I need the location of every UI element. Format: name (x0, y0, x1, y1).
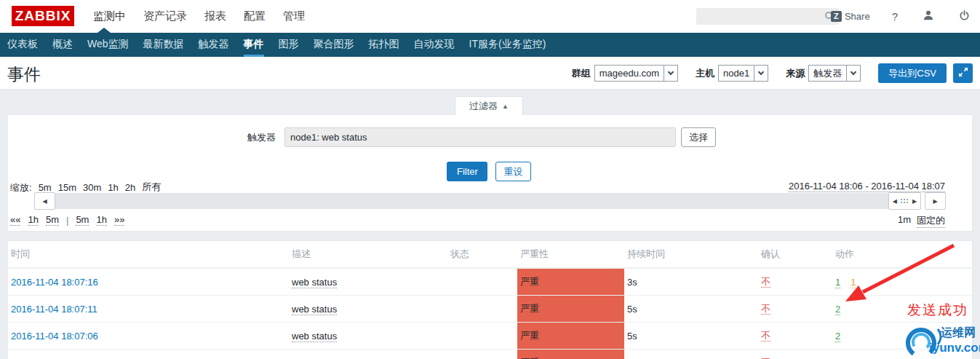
time-nav-link[interactable]: 5m (76, 214, 89, 226)
menu-item[interactable]: 报表 (204, 9, 226, 23)
zabbix-events-page: ZABBIX 监测中资产记录报表配置管理 Z Share ? 仪表板概述Web监… (0, 0, 980, 359)
ack-link[interactable]: 不 (761, 330, 770, 342)
event-row: 2016-11-04 18:07:01web status严重5s不2 (8, 350, 973, 359)
active-menu-pointer-icon (97, 28, 111, 33)
share-button[interactable]: Z Share (831, 11, 870, 22)
subnav-item[interactable]: 聚合图形 (314, 33, 354, 57)
time-nav-link[interactable]: «« (10, 214, 20, 226)
action-count-link[interactable]: 2 (835, 304, 840, 315)
export-csv-button[interactable]: 导出到CSV (878, 63, 947, 83)
event-description-link[interactable]: web status (292, 304, 337, 315)
event-time-link[interactable]: 2016-11-04 18:07:06 (11, 331, 98, 342)
subnav-items: 仪表板概述Web监测最新数据触发器事件图形聚合图形拓扑图自动发现IT服务(业务监… (0, 33, 980, 57)
search-box[interactable] (696, 8, 839, 25)
page-title: 事件 (7, 63, 41, 86)
event-time-link[interactable]: 2016-11-04 18:07:11 (11, 304, 97, 315)
column-header: 描述 (289, 241, 447, 268)
source-select[interactable]: 触发器 (808, 65, 861, 82)
share-label: Share (845, 11, 870, 22)
filter-reset-button[interactable]: 重设 (495, 162, 531, 181)
cell-duration: 5s (624, 350, 758, 359)
time-nav-link[interactable]: 1h (96, 214, 106, 226)
user-profile-button[interactable] (923, 9, 934, 23)
cell-status (447, 268, 517, 296)
subnav-item[interactable]: 自动发现 (414, 33, 455, 57)
watermark-site-name: 运维网 (941, 326, 976, 341)
subnav-item[interactable]: IT服务(业务监控) (469, 33, 546, 57)
help-button[interactable]: ? (892, 10, 898, 23)
subnav-item[interactable]: 图形 (279, 33, 299, 57)
filter-apply-button[interactable]: Filter (447, 162, 487, 181)
action-count-link[interactable]: 1 (835, 277, 840, 288)
cell-duration: 3s (624, 268, 758, 296)
severity-cell: 严重 (517, 350, 624, 359)
cell-ack: 不 (758, 323, 832, 350)
subnav-item[interactable]: 仪表板 (7, 33, 38, 57)
menu-item[interactable]: 监测中 (93, 9, 126, 23)
logout-button[interactable] (959, 10, 970, 23)
cell-ack: 不 (758, 350, 832, 359)
subnav-item[interactable]: 概述 (52, 33, 73, 57)
user-icon (923, 9, 934, 23)
menu-item[interactable]: 配置 (244, 9, 266, 23)
handle-right-arrow-icon: ▶ (912, 198, 917, 205)
power-icon (959, 10, 970, 23)
time-nav-link[interactable]: 5m (46, 214, 59, 226)
time-scrollbar: ◀ ◀ ▶ ▶ (34, 192, 947, 210)
host-select[interactable]: node1 (718, 65, 768, 82)
chevron-down-icon (754, 66, 768, 81)
filter-tab[interactable]: 过滤器 ▲ (455, 96, 523, 115)
subnav-item[interactable]: Web监测 (87, 33, 129, 57)
scrollbar-right-button[interactable]: ▶ (925, 192, 946, 210)
menu-item[interactable]: 管理 (283, 9, 305, 23)
column-header: 确认 (758, 241, 832, 268)
filter-panel: 触发器 选择 Filter 重设 缩放: 5m15m30m1h2h所有 2016… (7, 114, 973, 232)
select-trigger-button[interactable]: 选择 (681, 127, 716, 147)
chevron-down-icon (664, 66, 677, 81)
subnav-item[interactable]: 触发器 (199, 33, 229, 57)
column-header: 严重性 (517, 241, 624, 268)
zoom-label: 缩放: (10, 181, 32, 194)
search-input[interactable] (701, 8, 818, 25)
top-bar: ZABBIX 监测中资产记录报表配置管理 Z Share ? (0, 0, 980, 33)
menu-item[interactable]: 资产记录 (143, 9, 187, 23)
cell-description: web status (289, 296, 447, 323)
ack-link[interactable]: 不 (761, 276, 770, 288)
subnav-item[interactable]: 拓扑图 (369, 33, 399, 57)
trigger-input[interactable] (284, 127, 676, 147)
severity-cell: 严重 (517, 268, 624, 296)
event-description-link[interactable]: web status (292, 331, 337, 342)
drag-grip-icon (901, 199, 909, 204)
event-time-link[interactable]: 2016-11-04 18:07:16 (11, 277, 98, 288)
header-controls: 群组 mageedu.com 主机 node1 来源 触发器 导出到CSV (572, 63, 973, 83)
cell-description: web status (289, 350, 447, 359)
fixed-link[interactable]: 固定的 (917, 214, 945, 228)
host-label: 主机 (696, 67, 714, 80)
cell-time: 2016-11-04 18:07:01 (8, 350, 289, 359)
cell-duration: 5s (624, 323, 758, 350)
event-description-link[interactable]: web status (292, 277, 337, 288)
column-header: 持续时间 (624, 241, 758, 268)
sub-nav: 仪表板概述Web监测最新数据触发器事件图形聚合图形拓扑图自动发现IT服务(业务监… (0, 33, 980, 57)
time-range-link[interactable]: 2016-11-04 18:06 - 2016-11-04 18:07 (789, 181, 945, 192)
time-nav-link[interactable]: 1h (28, 214, 38, 226)
subnav-item[interactable]: 事件 (244, 33, 264, 57)
group-label: 群组 (572, 67, 591, 80)
ack-link[interactable]: 不 (761, 303, 770, 315)
action-count-link[interactable]: 2 (835, 331, 840, 342)
time-nav-link[interactable]: »» (114, 214, 124, 226)
group-select[interactable]: mageedu.com (594, 65, 678, 82)
fullscreen-icon (958, 67, 968, 79)
action-count-link[interactable]: 1 (850, 277, 856, 288)
cell-ack: 不 (758, 268, 832, 296)
scrollbar-drag-handle[interactable]: ◀ ▶ (888, 192, 921, 210)
scrollbar-track[interactable] (34, 193, 921, 209)
fullscreen-button[interactable] (953, 63, 973, 83)
subnav-item[interactable]: 最新数据 (143, 33, 184, 57)
time-range: 2016-11-04 18:06 - 2016-11-04 18:07 (789, 181, 945, 192)
zabbix-logo[interactable]: ZABBIX (12, 6, 74, 26)
scrollbar-left-button[interactable]: ◀ (34, 192, 55, 210)
severity-cell: 严重 (517, 323, 624, 350)
column-header: 时间 (8, 241, 289, 268)
topbar-menu: 监测中资产记录报表配置管理 (93, 0, 305, 33)
